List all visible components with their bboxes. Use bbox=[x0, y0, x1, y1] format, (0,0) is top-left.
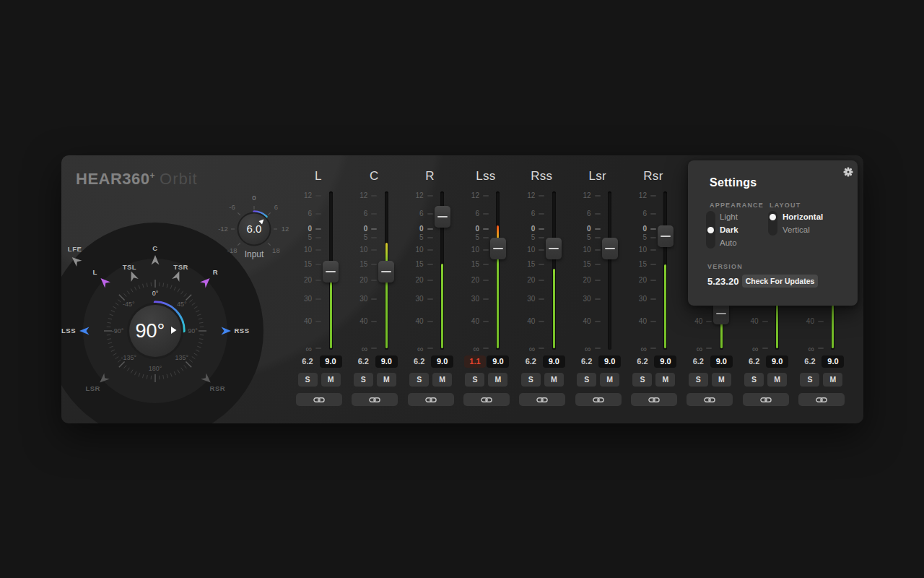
link-button[interactable] bbox=[687, 393, 733, 406]
scale-mark-label: 0 bbox=[513, 225, 535, 233]
gain-value[interactable]: 9.0 bbox=[821, 355, 844, 368]
fader-handle-line bbox=[381, 271, 391, 272]
scale-mark-label: 0 bbox=[458, 225, 479, 233]
peak-value[interactable]: 1.1 bbox=[464, 355, 486, 368]
gain-value[interactable]: 9.0 bbox=[487, 355, 509, 368]
link-button[interactable] bbox=[519, 393, 565, 406]
link-button[interactable] bbox=[463, 393, 510, 406]
mute-button[interactable]: M bbox=[377, 373, 396, 387]
mute-button[interactable]: M bbox=[655, 373, 675, 387]
layout-option-horizontal[interactable]: Horizontal bbox=[783, 211, 823, 223]
mute-button[interactable]: M bbox=[544, 373, 564, 387]
scale-mark-tick bbox=[539, 348, 544, 349]
gain-value[interactable]: 9.0 bbox=[766, 355, 788, 368]
solo-button[interactable]: S bbox=[298, 373, 318, 387]
scale-mark-label: 20 bbox=[290, 276, 312, 284]
scale-mark-label: 5 bbox=[346, 233, 367, 241]
version-header: VERSION bbox=[707, 263, 743, 270]
appearance-option-light[interactable]: Light bbox=[720, 211, 738, 223]
scale-mark-label: ∞ bbox=[737, 344, 759, 354]
solo-button[interactable]: S bbox=[689, 373, 708, 387]
mute-button[interactable]: M bbox=[321, 373, 341, 387]
scale-mark-label: 40 bbox=[458, 317, 479, 325]
mute-button[interactable]: M bbox=[432, 373, 452, 387]
peak-value[interactable]: 6.2 bbox=[744, 355, 765, 368]
scale-mark-tick bbox=[427, 264, 433, 265]
peak-value[interactable]: 6.2 bbox=[297, 355, 318, 368]
link-button[interactable] bbox=[296, 393, 342, 406]
gain-value[interactable]: 9.0 bbox=[710, 355, 733, 368]
gain-value[interactable]: 9.0 bbox=[598, 355, 621, 368]
link-button[interactable] bbox=[631, 393, 677, 406]
scale-mark-label: 12 bbox=[513, 191, 535, 199]
peak-value[interactable]: 6.2 bbox=[520, 355, 541, 368]
peak-value[interactable]: 6.2 bbox=[576, 355, 598, 368]
link-button[interactable] bbox=[408, 393, 454, 406]
mute-button[interactable]: M bbox=[823, 373, 842, 387]
mute-button[interactable]: M bbox=[712, 373, 731, 387]
scale-mark-label: 5 bbox=[458, 233, 479, 241]
gain-value[interactable]: 9.0 bbox=[543, 355, 565, 368]
peak-value[interactable]: 6.2 bbox=[409, 355, 430, 368]
fader-handle[interactable] bbox=[378, 261, 394, 282]
fader-handle[interactable] bbox=[323, 261, 339, 282]
link-button[interactable] bbox=[352, 393, 398, 406]
scale-mark-tick bbox=[371, 348, 377, 349]
peak-value[interactable]: 6.2 bbox=[352, 355, 374, 368]
peak-value[interactable]: 6.2 bbox=[687, 355, 709, 368]
appearance-option-dark[interactable]: Dark bbox=[720, 224, 738, 236]
chain-link-icon bbox=[593, 397, 604, 403]
link-button[interactable] bbox=[798, 393, 845, 406]
check-updates-button[interactable]: Check For Updates bbox=[742, 275, 818, 288]
chain-link-icon bbox=[313, 397, 325, 403]
fader-handle[interactable] bbox=[490, 238, 506, 259]
fader-handle[interactable] bbox=[602, 238, 618, 259]
scale-mark-label: 30 bbox=[290, 295, 312, 303]
solo-button[interactable]: S bbox=[409, 373, 429, 387]
mute-button[interactable]: M bbox=[767, 373, 787, 387]
scale-mark-tick bbox=[371, 249, 377, 251]
fader-handle[interactable] bbox=[435, 206, 450, 228]
solo-button[interactable]: S bbox=[354, 373, 373, 387]
gain-value[interactable]: 9.0 bbox=[654, 355, 676, 368]
fader-handle[interactable] bbox=[658, 225, 674, 247]
gain-value[interactable]: 9.0 bbox=[320, 355, 342, 368]
scale-mark-label: 20 bbox=[625, 276, 647, 284]
gain-value[interactable]: 9.0 bbox=[431, 355, 453, 368]
scale-mark-label: 0 bbox=[625, 225, 647, 233]
gear-icon[interactable] bbox=[843, 167, 853, 177]
scale-mark-label: 12 bbox=[402, 191, 424, 199]
scale-mark-label: 15 bbox=[402, 260, 424, 268]
link-button[interactable] bbox=[575, 393, 622, 406]
scale-mark-tick bbox=[650, 237, 656, 238]
scale-mark-label: 30 bbox=[402, 295, 424, 303]
mute-button[interactable]: M bbox=[488, 373, 507, 387]
solo-button[interactable]: S bbox=[744, 373, 764, 387]
scale-mark-label: ∞ bbox=[290, 344, 312, 354]
layout-option-vertical[interactable]: Vertical bbox=[783, 224, 810, 236]
channel-label: C bbox=[352, 169, 396, 184]
fader-track[interactable] bbox=[608, 191, 611, 350]
scale-mark-label: 10 bbox=[625, 246, 647, 254]
scale-mark-tick bbox=[483, 237, 489, 238]
solo-button[interactable]: S bbox=[800, 373, 819, 387]
settings-title: Settings bbox=[710, 176, 757, 189]
appearance-option-auto[interactable]: Auto bbox=[720, 237, 737, 249]
channel-label: L bbox=[297, 169, 340, 184]
fader-handle[interactable] bbox=[546, 238, 562, 259]
scale-mark-tick bbox=[650, 228, 656, 230]
fader-handle[interactable] bbox=[713, 303, 729, 324]
scale-mark-label: ∞ bbox=[402, 344, 424, 354]
scale-mark-tick bbox=[371, 298, 377, 300]
solo-button[interactable]: S bbox=[465, 373, 484, 387]
mute-button[interactable]: M bbox=[600, 373, 619, 387]
link-button[interactable] bbox=[743, 393, 789, 406]
scale-mark-label: 6 bbox=[625, 210, 647, 217]
solo-button[interactable]: S bbox=[632, 373, 652, 387]
solo-button[interactable]: S bbox=[577, 373, 596, 387]
gain-value[interactable]: 9.0 bbox=[375, 355, 398, 368]
scale-mark-tick bbox=[483, 228, 489, 230]
peak-value[interactable]: 6.2 bbox=[799, 355, 821, 368]
peak-value[interactable]: 6.2 bbox=[632, 355, 653, 368]
solo-button[interactable]: S bbox=[521, 373, 541, 387]
